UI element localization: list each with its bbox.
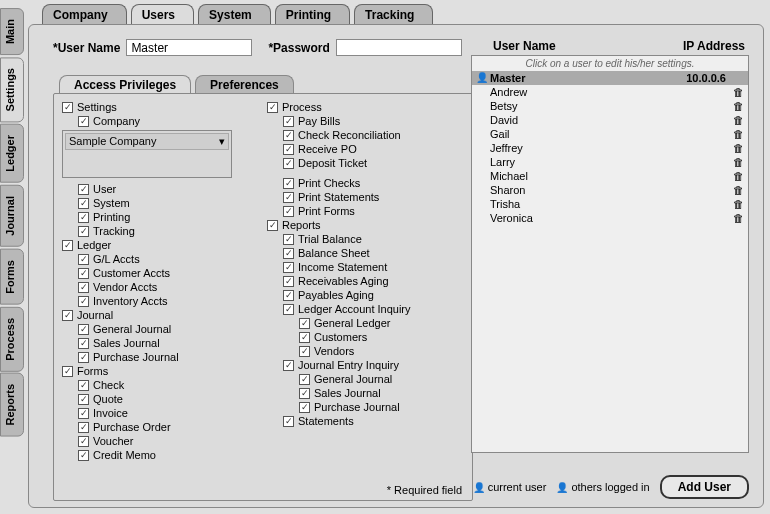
checkbox-purchase-order[interactable] (78, 422, 89, 433)
checkbox-pay-bills[interactable] (283, 116, 294, 127)
checkbox-vendors[interactable] (299, 346, 310, 357)
trash-icon[interactable]: 🗑 (726, 99, 744, 113)
checkbox-ledger-account-inquiry[interactable] (283, 304, 294, 315)
checkbox-check-reconciliation[interactable] (283, 130, 294, 141)
checkbox-print-statements[interactable] (283, 192, 294, 203)
checkbox-quote[interactable] (78, 394, 89, 405)
checkbox-company[interactable] (78, 116, 89, 127)
side-tab-journal[interactable]: Journal (0, 185, 24, 247)
side-tab-forms[interactable]: Forms (0, 249, 24, 305)
checkbox-process[interactable] (267, 102, 278, 113)
top-tab-system[interactable]: System (198, 4, 271, 25)
label: Journal Entry Inquiry (298, 358, 399, 372)
checkbox-general-journal[interactable] (299, 374, 310, 385)
top-tab-printing[interactable]: Printing (275, 4, 350, 25)
checkbox-forms[interactable] (62, 366, 73, 377)
top-tab-tracking[interactable]: Tracking (354, 4, 433, 25)
side-tab-ledger[interactable]: Ledger (0, 124, 24, 183)
username-input[interactable] (126, 39, 252, 56)
label: Credit Memo (93, 448, 156, 462)
side-tab-process[interactable]: Process (0, 307, 24, 372)
label: Inventory Accts (93, 294, 168, 308)
checkbox-receive-po[interactable] (283, 144, 294, 155)
user-row[interactable]: Gail🗑 (472, 127, 748, 141)
checkbox-customer-accts[interactable] (78, 268, 89, 279)
checkbox-general-journal[interactable] (78, 324, 89, 335)
checkbox-settings[interactable] (62, 102, 73, 113)
checkbox-receivables-aging[interactable] (283, 276, 294, 287)
checkbox-tracking[interactable] (78, 226, 89, 237)
checkbox-sales-journal[interactable] (299, 388, 310, 399)
checkbox-journal[interactable] (62, 310, 73, 321)
side-tab-settings[interactable]: Settings (0, 57, 24, 122)
trash-icon[interactable]: 🗑 (726, 197, 744, 211)
chevron-down-icon[interactable]: ▾ (219, 135, 225, 148)
checkbox-general-ledger[interactable] (299, 318, 310, 329)
checkbox-print-checks[interactable] (283, 178, 294, 189)
trash-icon[interactable]: 🗑 (726, 127, 744, 141)
user-name: David (490, 113, 666, 127)
checkbox-g-l-accts[interactable] (78, 254, 89, 265)
side-tab-main[interactable]: Main (0, 8, 24, 55)
user-row[interactable]: Michael🗑 (472, 169, 748, 183)
company-select-box[interactable]: Sample Company▾ (62, 130, 232, 178)
checkbox-voucher[interactable] (78, 436, 89, 447)
trash-icon[interactable]: 🗑 (726, 211, 744, 225)
trash-icon[interactable]: 🗑 (726, 183, 744, 197)
user-row[interactable]: Sharon🗑 (472, 183, 748, 197)
checkbox-journal-entry-inquiry[interactable] (283, 360, 294, 371)
checkbox-system[interactable] (78, 198, 89, 209)
sub-tab-preferences[interactable]: Preferences (195, 75, 294, 94)
checkbox-customers[interactable] (299, 332, 310, 343)
user-row[interactable]: David🗑 (472, 113, 748, 127)
checkbox-sales-journal[interactable] (78, 338, 89, 349)
checkbox-balance-sheet[interactable] (283, 248, 294, 259)
user-row[interactable]: Veronica🗑 (472, 211, 748, 225)
user-list[interactable]: Click on a user to edit his/her settings… (471, 55, 749, 453)
checkbox-statements[interactable] (283, 416, 294, 427)
trash-icon[interactable]: 🗑 (726, 85, 744, 99)
user-row[interactable]: 👤Master10.0.0.6 (472, 71, 748, 85)
label: Print Statements (298, 190, 379, 204)
label: Purchase Journal (93, 350, 179, 364)
checkbox-income-statement[interactable] (283, 262, 294, 273)
add-user-button[interactable]: Add User (660, 475, 749, 499)
checkbox-credit-memo[interactable] (78, 450, 89, 461)
trash-icon[interactable]: 🗑 (726, 113, 744, 127)
checkbox-purchase-journal[interactable] (299, 402, 310, 413)
label: Print Checks (298, 176, 360, 190)
side-tab-reports[interactable]: Reports (0, 373, 24, 437)
user-name: Michael (490, 169, 666, 183)
trash-icon[interactable]: 🗑 (726, 155, 744, 169)
sub-tab-access-privileges[interactable]: Access Privileges (59, 75, 191, 94)
checkbox-vendor-accts[interactable] (78, 282, 89, 293)
label: Print Forms (298, 204, 355, 218)
checkbox-purchase-journal[interactable] (78, 352, 89, 363)
checkbox-check[interactable] (78, 380, 89, 391)
trash-icon[interactable]: 🗑 (726, 169, 744, 183)
user-name: Jeffrey (490, 141, 666, 155)
label: Company (93, 114, 140, 128)
label: Invoice (93, 406, 128, 420)
trash-icon[interactable]: 🗑 (726, 141, 744, 155)
checkbox-invoice[interactable] (78, 408, 89, 419)
user-row[interactable]: Larry🗑 (472, 155, 748, 169)
user-row[interactable]: Trisha🗑 (472, 197, 748, 211)
access-privileges-panel: SettingsCompanySample Company▾UserSystem… (53, 93, 473, 501)
user-row[interactable]: Betsy🗑 (472, 99, 748, 113)
user-row[interactable]: Jeffrey🗑 (472, 141, 748, 155)
checkbox-ledger[interactable] (62, 240, 73, 251)
top-tab-users[interactable]: Users (131, 4, 194, 25)
checkbox-trial-balance[interactable] (283, 234, 294, 245)
checkbox-deposit-ticket[interactable] (283, 158, 294, 169)
user-row[interactable]: Andrew🗑 (472, 85, 748, 99)
checkbox-printing[interactable] (78, 212, 89, 223)
label: Income Statement (298, 260, 387, 274)
checkbox-inventory-accts[interactable] (78, 296, 89, 307)
password-input[interactable] (336, 39, 462, 56)
top-tab-company[interactable]: Company (42, 4, 127, 25)
checkbox-print-forms[interactable] (283, 206, 294, 217)
checkbox-reports[interactable] (267, 220, 278, 231)
checkbox-user[interactable] (78, 184, 89, 195)
checkbox-payables-aging[interactable] (283, 290, 294, 301)
